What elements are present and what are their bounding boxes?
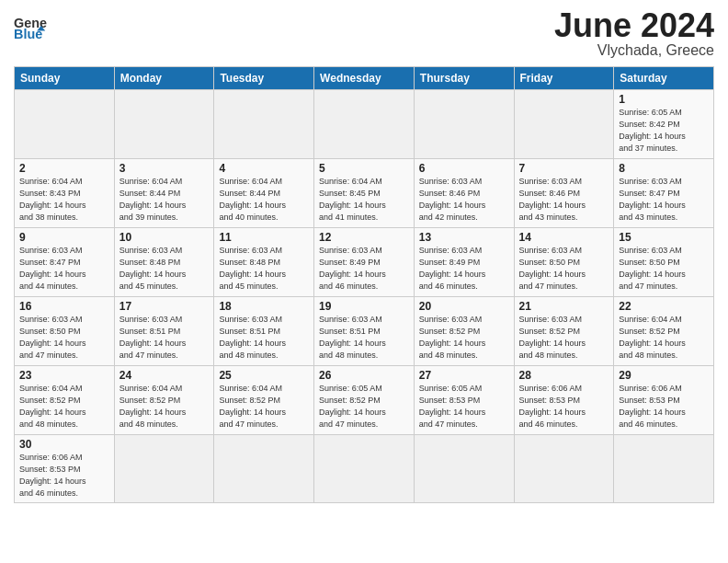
day-number: 24 (119, 369, 210, 382)
table-row: 15Sunrise: 6:03 AM Sunset: 8:50 PM Dayli… (614, 228, 714, 297)
day-info: Sunrise: 6:05 AM Sunset: 8:53 PM Dayligh… (419, 383, 509, 431)
table-row: 22Sunrise: 6:04 AM Sunset: 8:52 PM Dayli… (614, 297, 714, 366)
table-row: 23Sunrise: 6:04 AM Sunset: 8:52 PM Dayli… (15, 366, 115, 435)
header-tuesday: Tuesday (214, 67, 314, 90)
day-number: 10 (119, 231, 210, 244)
day-info: Sunrise: 6:03 AM Sunset: 8:49 PM Dayligh… (319, 245, 409, 293)
day-info: Sunrise: 6:04 AM Sunset: 8:43 PM Dayligh… (19, 176, 109, 224)
header-saturday: Saturday (614, 67, 714, 90)
header-sunday: Sunday (15, 67, 115, 90)
table-row: 16Sunrise: 6:03 AM Sunset: 8:50 PM Dayli… (15, 297, 115, 366)
table-row: 25Sunrise: 6:04 AM Sunset: 8:52 PM Dayli… (214, 366, 314, 435)
day-info: Sunrise: 6:06 AM Sunset: 8:53 PM Dayligh… (19, 452, 109, 500)
table-row: 27Sunrise: 6:05 AM Sunset: 8:53 PM Dayli… (414, 366, 514, 435)
table-row (514, 435, 614, 503)
table-row: 6Sunrise: 6:03 AM Sunset: 8:46 PM Daylig… (414, 159, 514, 228)
day-info: Sunrise: 6:03 AM Sunset: 8:46 PM Dayligh… (519, 176, 609, 224)
day-info: Sunrise: 6:05 AM Sunset: 8:42 PM Dayligh… (619, 107, 709, 155)
table-row: 5Sunrise: 6:04 AM Sunset: 8:45 PM Daylig… (314, 159, 415, 228)
table-row: 28Sunrise: 6:06 AM Sunset: 8:53 PM Dayli… (514, 366, 614, 435)
table-row: 2Sunrise: 6:04 AM Sunset: 8:43 PM Daylig… (15, 159, 115, 228)
day-info: Sunrise: 6:03 AM Sunset: 8:48 PM Dayligh… (119, 245, 210, 293)
day-info: Sunrise: 6:03 AM Sunset: 8:51 PM Dayligh… (219, 314, 309, 362)
day-number: 13 (419, 231, 509, 244)
day-number: 17 (119, 300, 210, 313)
day-number: 9 (19, 231, 109, 244)
table-row (314, 435, 415, 503)
table-row: 18Sunrise: 6:03 AM Sunset: 8:51 PM Dayli… (214, 297, 314, 366)
day-info: Sunrise: 6:03 AM Sunset: 8:47 PM Dayligh… (619, 176, 709, 224)
day-info: Sunrise: 6:04 AM Sunset: 8:44 PM Dayligh… (219, 176, 309, 224)
table-row (414, 90, 514, 159)
day-number: 20 (419, 300, 509, 313)
table-row: 17Sunrise: 6:03 AM Sunset: 8:51 PM Dayli… (114, 297, 214, 366)
table-row (114, 435, 214, 503)
table-row: 30Sunrise: 6:06 AM Sunset: 8:53 PM Dayli… (15, 435, 115, 503)
header: General Blue June 2024 Vlychada, Greece (14, 9, 714, 59)
day-number: 19 (319, 300, 409, 313)
day-number: 11 (219, 231, 309, 244)
header-monday: Monday (114, 67, 214, 90)
day-number: 1 (619, 93, 709, 106)
table-row (414, 435, 514, 503)
day-info: Sunrise: 6:05 AM Sunset: 8:52 PM Dayligh… (319, 383, 409, 431)
table-row (114, 90, 214, 159)
location: Vlychada, Greece (554, 42, 714, 59)
day-number: 4 (219, 162, 309, 175)
table-row: 7Sunrise: 6:03 AM Sunset: 8:46 PM Daylig… (514, 159, 614, 228)
day-info: Sunrise: 6:04 AM Sunset: 8:52 PM Dayligh… (119, 383, 210, 431)
page: General Blue June 2024 Vlychada, Greece … (0, 0, 728, 512)
day-number: 7 (519, 162, 609, 175)
table-row: 9Sunrise: 6:03 AM Sunset: 8:47 PM Daylig… (15, 228, 115, 297)
day-number: 5 (319, 162, 409, 175)
day-info: Sunrise: 6:03 AM Sunset: 8:47 PM Dayligh… (19, 245, 109, 293)
day-number: 26 (319, 369, 409, 382)
day-info: Sunrise: 6:04 AM Sunset: 8:45 PM Dayligh… (319, 176, 409, 224)
table-row: 20Sunrise: 6:03 AM Sunset: 8:52 PM Dayli… (414, 297, 514, 366)
header-friday: Friday (514, 67, 614, 90)
day-info: Sunrise: 6:04 AM Sunset: 8:52 PM Dayligh… (19, 383, 109, 431)
day-number: 23 (19, 369, 109, 382)
day-info: Sunrise: 6:03 AM Sunset: 8:50 PM Dayligh… (619, 245, 709, 293)
table-row: 3Sunrise: 6:04 AM Sunset: 8:44 PM Daylig… (114, 159, 214, 228)
day-number: 6 (419, 162, 509, 175)
table-row: 14Sunrise: 6:03 AM Sunset: 8:50 PM Dayli… (514, 228, 614, 297)
day-number: 30 (19, 438, 109, 451)
calendar-table: Sunday Monday Tuesday Wednesday Thursday… (14, 66, 714, 503)
day-number: 21 (519, 300, 609, 313)
table-row (214, 90, 314, 159)
day-info: Sunrise: 6:03 AM Sunset: 8:51 PM Dayligh… (319, 314, 409, 362)
day-info: Sunrise: 6:03 AM Sunset: 8:50 PM Dayligh… (19, 314, 109, 362)
day-info: Sunrise: 6:04 AM Sunset: 8:44 PM Dayligh… (119, 176, 210, 224)
table-row: 11Sunrise: 6:03 AM Sunset: 8:48 PM Dayli… (214, 228, 314, 297)
day-number: 2 (19, 162, 109, 175)
table-row: 13Sunrise: 6:03 AM Sunset: 8:49 PM Dayli… (414, 228, 514, 297)
day-number: 8 (619, 162, 709, 175)
day-info: Sunrise: 6:03 AM Sunset: 8:50 PM Dayligh… (519, 245, 609, 293)
title-section: June 2024 Vlychada, Greece (554, 9, 714, 59)
table-row (514, 90, 614, 159)
svg-text:Blue: Blue (14, 27, 42, 41)
day-number: 3 (119, 162, 210, 175)
table-row (314, 90, 415, 159)
table-row (614, 435, 714, 503)
weekday-header-row: Sunday Monday Tuesday Wednesday Thursday… (15, 67, 714, 90)
day-number: 22 (619, 300, 709, 313)
day-info: Sunrise: 6:03 AM Sunset: 8:52 PM Dayligh… (519, 314, 609, 362)
day-info: Sunrise: 6:04 AM Sunset: 8:52 PM Dayligh… (219, 383, 309, 431)
table-row (15, 90, 115, 159)
day-number: 29 (619, 369, 709, 382)
day-number: 16 (19, 300, 109, 313)
day-info: Sunrise: 6:04 AM Sunset: 8:52 PM Dayligh… (619, 314, 709, 362)
day-number: 15 (619, 231, 709, 244)
day-info: Sunrise: 6:03 AM Sunset: 8:52 PM Dayligh… (419, 314, 509, 362)
table-row: 10Sunrise: 6:03 AM Sunset: 8:48 PM Dayli… (114, 228, 214, 297)
day-number: 25 (219, 369, 309, 382)
day-info: Sunrise: 6:06 AM Sunset: 8:53 PM Dayligh… (619, 383, 709, 431)
table-row (214, 435, 314, 503)
day-info: Sunrise: 6:06 AM Sunset: 8:53 PM Dayligh… (519, 383, 609, 431)
day-info: Sunrise: 6:03 AM Sunset: 8:49 PM Dayligh… (419, 245, 509, 293)
table-row: 8Sunrise: 6:03 AM Sunset: 8:47 PM Daylig… (614, 159, 714, 228)
header-thursday: Thursday (414, 67, 514, 90)
day-number: 12 (319, 231, 409, 244)
